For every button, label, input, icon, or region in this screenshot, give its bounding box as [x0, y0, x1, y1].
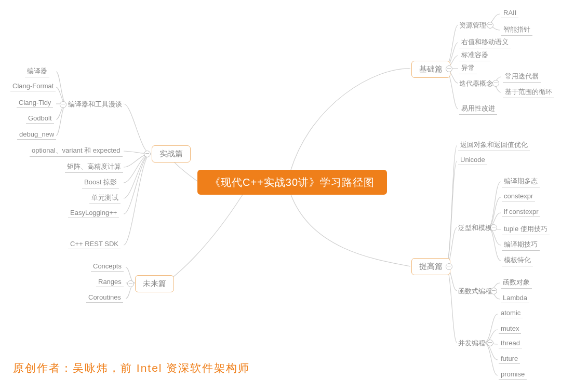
node-concurrency[interactable]: 并发编程 — [458, 339, 485, 348]
node-lambda[interactable]: Lambda — [501, 294, 529, 303]
node-optional[interactable]: optional、variant 和 expected — [30, 146, 123, 157]
node-resource-mgmt[interactable]: 资源管理 — [459, 21, 486, 30]
node-promise[interactable]: promise — [499, 370, 527, 380]
node-matrix[interactable]: 矩阵、高精度计算 — [65, 162, 123, 173]
node-unicode[interactable]: Unicode — [458, 156, 487, 165]
node-poly[interactable]: 编译期多态 — [502, 177, 540, 187]
node-spec[interactable]: 模板特化 — [502, 255, 533, 266]
branch-practice[interactable]: 实战篇 — [152, 145, 191, 163]
author-credit-text: 原创作者：吴咏炜，前 Intel 资深软件架构师 — [13, 362, 250, 374]
node-iterator[interactable]: 迭代器概念 — [459, 79, 493, 88]
node-godbolt[interactable]: Godbolt — [26, 114, 54, 124]
node-tools[interactable]: 编译器和工具漫谈 — [68, 100, 122, 109]
toggle-iterator[interactable] — [492, 80, 499, 87]
node-retobj[interactable]: 返回对象和返回值优化 — [458, 140, 530, 151]
node-rvalue[interactable]: 右值和移动语义 — [459, 37, 511, 48]
node-compiler[interactable]: 编译器 — [25, 66, 49, 77]
node-clang-tidy[interactable]: Clang-Tidy — [17, 99, 53, 108]
node-funcobj[interactable]: 函数对象 — [501, 278, 532, 289]
node-debug-new[interactable]: debug_new — [17, 130, 56, 140]
node-ranges[interactable]: Ranges — [96, 278, 124, 287]
toggle-resource-mgmt[interactable] — [487, 22, 493, 29]
mindmap-stage: 《现代C++实战30讲》学习路径图 基础篇 提高篇 实战篇 未来篇 资源管理 R… — [0, 0, 561, 392]
toggle-concurrency[interactable] — [487, 340, 493, 346]
node-smart-ptr[interactable]: 智能指针 — [501, 25, 532, 36]
node-common-iterator[interactable]: 常用迭代器 — [503, 72, 541, 83]
node-container[interactable]: 标准容器 — [459, 50, 490, 61]
central-topic-label: 《现代C++实战30讲》学习路径图 — [210, 177, 375, 188]
node-functional[interactable]: 函数式编程 — [458, 287, 492, 296]
node-concepts[interactable]: Concepts — [91, 262, 124, 272]
branch-practice-label: 实战篇 — [159, 149, 183, 158]
branch-future[interactable]: 未来篇 — [135, 275, 174, 292]
node-atomic[interactable]: atomic — [499, 309, 523, 318]
branch-advanced[interactable]: 提高篇 — [411, 258, 450, 275]
node-tuple[interactable]: tuple 使用技巧 — [502, 224, 550, 235]
node-restsdk[interactable]: C++ REST SDK — [68, 240, 121, 249]
node-exception[interactable]: 异常 — [459, 63, 477, 74]
toggle-tools[interactable] — [60, 101, 66, 108]
toggle-basics[interactable] — [446, 65, 452, 72]
node-compile-tricks[interactable]: 编译期技巧 — [502, 240, 540, 251]
branch-basics[interactable]: 基础篇 — [411, 61, 450, 78]
node-if-constexpr[interactable]: if constexpr — [502, 208, 540, 217]
node-mutex[interactable]: mutex — [499, 325, 521, 334]
node-boost[interactable]: Boost 掠影 — [82, 178, 119, 188]
node-usability[interactable]: 易用性改进 — [459, 104, 497, 115]
branch-basics-label: 基础篇 — [419, 64, 443, 73]
node-raii[interactable]: RAII — [501, 9, 518, 18]
node-constexpr[interactable]: constexpr — [502, 192, 535, 201]
central-topic[interactable]: 《现代C++实战30讲》学习路径图 — [197, 170, 387, 195]
toggle-future[interactable] — [127, 280, 134, 287]
node-generics[interactable]: 泛型和模板 — [458, 223, 492, 233]
node-future[interactable]: future — [499, 355, 520, 364]
node-easylog[interactable]: EasyLogging++ — [68, 209, 119, 218]
node-coroutines[interactable]: Coroutines — [86, 293, 123, 303]
toggle-practice[interactable] — [144, 151, 151, 157]
node-unittest[interactable]: 单元测试 — [89, 193, 121, 204]
toggle-advanced[interactable] — [446, 263, 452, 270]
branch-advanced-label: 提高篇 — [419, 262, 443, 271]
node-clang-format[interactable]: Clang-Format — [10, 82, 56, 91]
node-thread[interactable]: thread — [499, 339, 522, 348]
node-range-for[interactable]: 基于范围的循环 — [503, 87, 554, 98]
branch-future-label: 未来篇 — [143, 279, 166, 288]
author-credit: 原创作者：吴咏炜，前 Intel 资深软件架构师 — [13, 361, 250, 375]
